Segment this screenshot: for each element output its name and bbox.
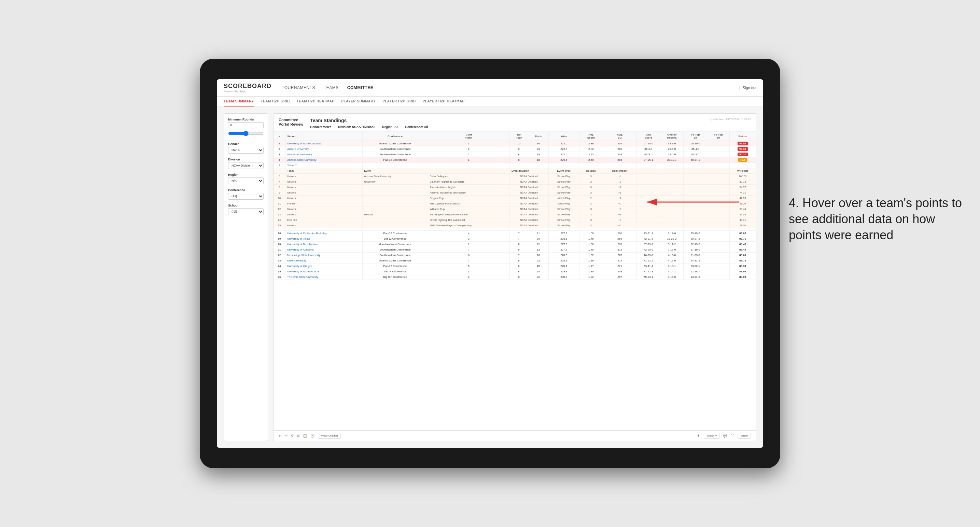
min-rounds-section: Minimum Rounds [228, 118, 264, 138]
sub-row[interactable]: 15 Univers. 2023 Sahalee Players Champio… [274, 223, 756, 229]
undo-icon[interactable]: ↩ [278, 434, 282, 438]
division-select[interactable]: NCAA Division I [228, 162, 264, 169]
app-header: SCOREBOARD Powered by clippi TOURNAMENTS… [217, 79, 763, 97]
sub-row[interactable]: 12 Univers. Williams Cup NCAA Division I… [274, 206, 756, 212]
sub-row[interactable]: 11 Florida I The Cypress Point Classic N… [274, 201, 756, 206]
vs-top25-cell: 50-10-0 [684, 141, 707, 146]
watch-button[interactable]: Watch ▾ [704, 433, 720, 439]
refresh-icon[interactable]: ↺ [291, 434, 294, 438]
col-conference: Conference [362, 132, 428, 141]
col-wins: Wins [548, 132, 579, 141]
nav-separator: | [739, 86, 740, 90]
table-row[interactable]: 22 Mississippi State University Southeas… [274, 252, 756, 258]
sub-nav-team-h2h-grid[interactable]: TEAM H2H GRID [261, 97, 290, 106]
nav-committee[interactable]: COMMITTEE [347, 84, 374, 92]
gender-filter-label: Gender: [310, 125, 322, 129]
view-original-label: View: Original [321, 434, 338, 437]
region-select[interactable]: N/A [228, 178, 264, 184]
sign-out-button[interactable]: Sign out [743, 86, 756, 90]
paste-icon[interactable]: 📋 [303, 434, 307, 438]
table-row[interactable]: 25 University of North Florida ASUN Conf… [274, 269, 756, 275]
table-row-arizona-state[interactable]: 4 Arizona State University Pac-12 Confer… [274, 157, 756, 163]
standings-table: # School Conference ConfRank NoTour Rnds… [274, 132, 756, 280]
sub-nav-player-h2h-heatmap[interactable]: PLAYER H2H HEATMAP [423, 97, 465, 106]
table-row[interactable]: 26 The Ohio State University Big Ten Con… [274, 275, 756, 280]
col-avg-sg: Avg.SG [603, 132, 636, 141]
table-row[interactable]: 2 Auburn University Southeastern Confere… [274, 146, 756, 152]
sub-nav: TEAM SUMMARY TEAM H2H GRID TEAM H2H HEAT… [217, 97, 763, 106]
copy-icon[interactable]: ⧉ [297, 434, 299, 438]
app-screen: SCOREBOARD Powered by clippi TOURNAMENTS… [217, 79, 763, 448]
sub-row[interactable]: 6 Univers. Arizona State University Cabo… [274, 174, 756, 179]
sub-row[interactable]: 9 Univers. National Invitational Tournam… [274, 190, 756, 195]
nav-tournaments[interactable]: TOURNAMENTS [282, 84, 315, 92]
logo-sub: Powered by clippi [224, 90, 272, 93]
fullscreen-icon[interactable]: ⛶ [731, 434, 734, 438]
col-vs-top50: Vs Top50 [707, 132, 730, 141]
conference-filter-value: All [424, 125, 428, 129]
school-select[interactable]: (All) [228, 208, 264, 215]
comment-icon[interactable]: 💬 [723, 434, 727, 438]
sub-row[interactable]: 14 East Tec OFCC Fighting Illini Invitat… [274, 217, 756, 223]
clock-icon[interactable]: 🕐 [310, 434, 315, 438]
filter-display-row: Gender: Men's Division: NCAA Division I … [310, 125, 710, 129]
share-button[interactable]: Share [738, 433, 751, 439]
region-filter-label: Region: [382, 125, 394, 129]
sub-row[interactable]: 10 Univers. Copper Cup NCAA Division I M… [274, 195, 756, 201]
sub-row[interactable]: 7 Univers. University Southern Highlands… [274, 179, 756, 185]
min-rounds-label: Minimum Rounds [228, 118, 264, 121]
col-rank: # [274, 132, 285, 141]
watch-label: Watch ▾ [707, 434, 717, 437]
table-row: 5 Texas T... [274, 163, 756, 168]
table-row[interactable]: 3 Vanderbilt University Southeastern Con… [274, 152, 756, 157]
table-row[interactable]: 21 University of Alabama Southeastern Co… [274, 247, 756, 252]
col-conf-rank: ConfRank [428, 132, 509, 141]
low-score-cell: 67-10-0 [637, 141, 660, 146]
report-title-row: Committee Portal Review Team Standings G… [278, 118, 751, 129]
update-time: Update time: 13/03/2024 10:03:42 [710, 118, 751, 121]
report-header: Committee Portal Review Team Standings G… [274, 114, 756, 132]
sub-nav-team-h2h-heatmap[interactable]: TEAM H2H HEATMAP [297, 97, 335, 106]
table-row[interactable]: 20 University of New Mexico Mountain Wes… [274, 242, 756, 247]
min-rounds-slider[interactable] [228, 129, 264, 138]
nav-teams[interactable]: TEAMS [324, 84, 339, 92]
no-tour-cell: 10 [509, 141, 528, 146]
sub-nav-player-h2h-grid[interactable]: PLAYER H2H GRID [382, 97, 416, 106]
division-filter-value: NCAA Division I [352, 125, 375, 129]
col-no-tour: NoTour [509, 132, 528, 141]
min-rounds-input[interactable] [228, 122, 264, 129]
table-row[interactable]: 1 University of North Carolina Atlantic … [274, 141, 756, 146]
points-cell[interactable]: 97.02 [730, 141, 756, 146]
annotation-text: 4. Hover over a team's points to see add… [789, 195, 966, 243]
logo-area: SCOREBOARD Powered by clippi [224, 83, 272, 93]
view-original-button[interactable]: View: Original [318, 433, 341, 439]
conference-select[interactable]: (All) [228, 193, 264, 200]
region-label: Region [228, 173, 264, 176]
division-section: Division NCAA Division I [228, 158, 264, 169]
table-row [274, 229, 756, 231]
table-header-row: # School Conference ConfRank NoTour Rnds… [274, 132, 756, 141]
data-table: # School Conference ConfRank NoTour Rnds… [274, 132, 756, 430]
table-row[interactable]: 24 University of Oregon Pac-12 Conferenc… [274, 264, 756, 269]
col-school: School [285, 132, 362, 141]
table-row[interactable]: 23 Duke University Atlantic Coast Confer… [274, 258, 756, 264]
region-section: Region N/A [228, 173, 264, 184]
eye-icon[interactable]: 👁 [697, 434, 700, 438]
wins-cell: 272.0 [548, 141, 579, 146]
overall-cell: 33-9-0 [660, 141, 684, 146]
sub-nav-player-summary[interactable]: PLAYER SUMMARY [341, 97, 375, 106]
col-low-score: LowScore [637, 132, 660, 141]
table-row[interactable]: 19 University of Texas Big 12 Conference… [274, 236, 756, 242]
gender-label: Gender [228, 142, 264, 146]
conference-cell: Atlantic Coast Conference [362, 141, 428, 146]
gender-select[interactable]: Men's [228, 147, 264, 154]
redo-icon[interactable]: ↪ [285, 434, 288, 438]
table-row[interactable]: 18 University of California, Berkeley Pa… [274, 231, 756, 236]
col-vs-top25: Vs Top25 [684, 132, 707, 141]
sub-row[interactable]: 13 Univers. Georgia Ben Hogan Collegiate… [274, 212, 756, 217]
share-label: Share [741, 434, 748, 437]
sub-nav-team-summary[interactable]: TEAM SUMMARY [224, 97, 254, 106]
committee-portal-title: Committee Portal Review [278, 118, 303, 127]
division-filter-label: Division: [338, 125, 351, 129]
sub-row[interactable]: 8 Univers. Amer An Intercollegiate NCAA … [274, 185, 756, 190]
